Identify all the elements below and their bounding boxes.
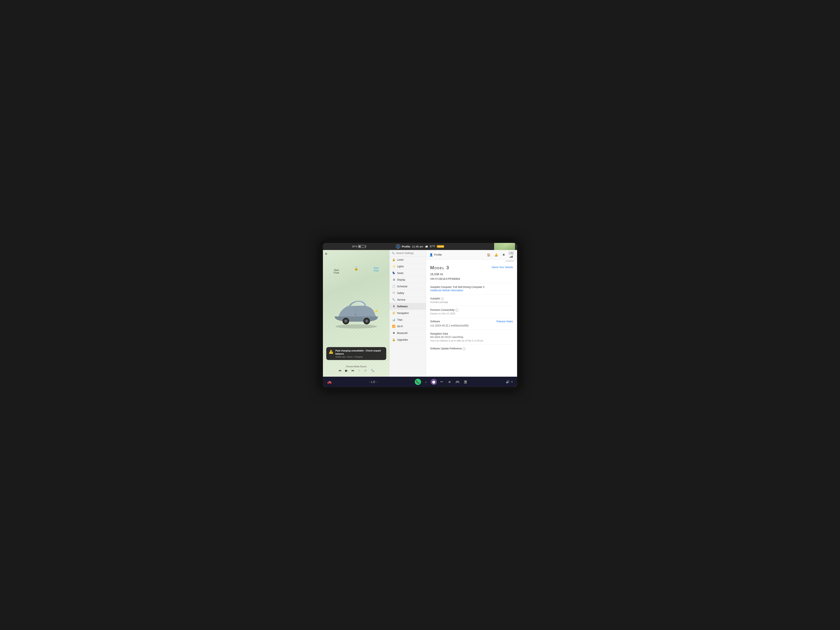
settings-item-trips[interactable]: 📊 Trips: [390, 316, 426, 323]
media-search-button[interactable]: 🔍: [371, 369, 374, 372]
nav-data-section: Navigation Data NA-2024.20-15137-user/rk…: [430, 332, 513, 344]
hamburger-icon[interactable]: ≡: [325, 252, 327, 256]
car-svg: T ⚡: [329, 295, 383, 329]
mute-x-icon: ✕: [511, 381, 513, 383]
volume-icon[interactable]: 🔊: [506, 380, 509, 384]
nav-back-arrow[interactable]: ‹: [369, 381, 370, 383]
autopilot-info-icon[interactable]: i: [441, 297, 444, 300]
svg-text:⚡: ⚡: [374, 309, 379, 313]
autopilot-label: Autopilot: [430, 297, 440, 300]
bluetooth-icon: ✱: [392, 332, 395, 335]
vin-label: VIN: [430, 278, 435, 280]
screen-bezel: 28 % 👤 Profile 11:48 am ☁️ 67°F AQI 88: [320, 240, 520, 390]
media-next-button[interactable]: ⏭: [352, 369, 354, 372]
battery-info: 28 %: [352, 245, 366, 248]
safety-icon: 🛡: [392, 292, 395, 295]
settings-item-bluetooth[interactable]: ✱ Bluetooth: [390, 330, 426, 336]
bluetooth-icon-btn[interactable]: ✱: [501, 253, 506, 256]
safety-label: Safety: [397, 292, 404, 295]
upgrades-label: Upgrades: [397, 338, 408, 341]
media-controls: Choose Media Source ⏮ ▶ ⏭ ☆ ⫸ 🔍: [323, 361, 390, 377]
settings-item-navigation[interactable]: 🧭 Navigation: [390, 310, 426, 316]
home-icon-btn[interactable]: 🏠: [486, 253, 491, 256]
open-trunk-text: OpenTrunk: [374, 267, 379, 272]
alert-icon: ⚠️: [329, 349, 333, 354]
update-pref-info-icon[interactable]: i: [463, 347, 466, 350]
time-display: 11:48 am: [412, 245, 423, 248]
bluetooth-label: Bluetooth: [397, 332, 408, 335]
nav-forward-arrow[interactable]: ›: [377, 381, 377, 383]
car-icon-btn[interactable]: 🚗: [327, 380, 332, 384]
service-icon: 🔧: [392, 298, 395, 301]
open-trunk-label[interactable]: OpenTrunk: [374, 267, 379, 272]
settings-item-display[interactable]: 🖥 Display: [390, 276, 426, 283]
trips-label: Trips: [397, 318, 403, 321]
settings-menu: 🔒 Locks ✨ Lights 💺 Seats 🖥: [390, 256, 426, 377]
more-apps-button[interactable]: •••: [439, 379, 445, 385]
search-settings-bar[interactable]: 🔍: [390, 250, 426, 256]
signal-bar-3: [511, 256, 512, 258]
alert-title: Paid charging unavailable - Check unpaid…: [335, 349, 384, 355]
svg-point-3: [345, 320, 347, 322]
display-label: Display: [397, 278, 405, 281]
update-pref-label: Software Update Preference: [430, 347, 462, 350]
premium-connectivity-label: Premium Connectivity: [430, 308, 455, 311]
media-play-button[interactable]: ▶: [345, 368, 348, 373]
software-label: Software: [397, 305, 408, 308]
music-app-button[interactable]: ♪: [423, 379, 429, 385]
seats-icon: 💺: [392, 272, 395, 275]
media-prev-button[interactable]: ⏮: [338, 369, 341, 372]
battery-bar: [358, 245, 366, 248]
seats-label: Seats: [397, 272, 404, 275]
wifi-icon: 📶: [392, 325, 395, 328]
temperature: 67°F: [430, 245, 435, 248]
settings-item-upgrades[interactable]: 🔓 Upgrades: [390, 336, 426, 343]
schedule-label: Schedule: [397, 285, 407, 288]
notebook-button[interactable]: 📓: [462, 379, 469, 385]
autopilot-computer-label: Autopilot Computer: Full Self-Driving Co…: [430, 286, 513, 289]
mileage: 16,038 mi: [430, 273, 513, 276]
vehicle-model: Model 3: [430, 265, 449, 270]
taskbar-center: ‹ LO ›: [369, 380, 377, 384]
car-image-area: T ⚡: [327, 273, 385, 352]
nav-data-value: NA-2024.20-15137-user/rkhaj: [430, 336, 513, 338]
up-to-date-note: Your car software is up to date as of Fe…: [430, 339, 513, 342]
camera-app-button[interactable]: ⬤: [431, 379, 437, 385]
search-settings-input[interactable]: [396, 252, 424, 254]
alert-text-block: Paid charging unavailable - Check unpaid…: [335, 349, 384, 358]
settings-item-schedule[interactable]: 🕐 Schedule: [390, 283, 426, 290]
media-favorite-button[interactable]: ☆: [358, 369, 361, 372]
open-frunk-label[interactable]: OpenFrunk: [334, 269, 339, 274]
settings-item-wifi[interactable]: 📶 Wi-Fi: [390, 323, 426, 330]
settings-item-locks[interactable]: 🔒 Locks: [390, 256, 426, 263]
software-row: Software Release Notes: [430, 320, 513, 323]
car-svg-wrapper: T ⚡: [329, 295, 383, 329]
taskbar-left: 🚗: [327, 380, 332, 384]
bell-icon-btn[interactable]: 🔔: [494, 253, 499, 256]
settings-item-seats[interactable]: 💺 Seats: [390, 270, 426, 276]
lights-icon: ✨: [392, 265, 395, 268]
settings-item-software[interactable]: ⬇ Software: [390, 303, 426, 310]
settings-item-service[interactable]: 🔧 Service: [390, 297, 426, 303]
map-thumbnail: [494, 243, 515, 250]
name-vehicle-link[interactable]: Name Your Vehicle: [492, 266, 513, 269]
taskbar-apps: 📞 ♪ ⬤ ••• ⊕ 🎮 📓: [415, 379, 469, 385]
settings-item-safety[interactable]: 🛡 Safety: [390, 290, 426, 297]
update-pref-row: Software Update Preference i: [430, 347, 513, 351]
nav-data-label: Navigation Data: [430, 332, 513, 335]
locks-label: Locks: [397, 258, 404, 261]
service-label: Service: [397, 298, 406, 301]
profile-header-bar: 👤 Profile 🏠 🔔 ✱ LTE: [426, 250, 517, 260]
games-button[interactable]: 🎮: [455, 379, 461, 385]
additional-info-link[interactable]: Additional Vehicle Information: [430, 289, 513, 292]
media-eq-button[interactable]: ⫸: [365, 369, 367, 372]
lock-icon-car[interactable]: 🔓: [354, 267, 358, 271]
release-notes-link[interactable]: Release Notes: [496, 320, 513, 323]
tesla-fan-button[interactable]: ⊕: [447, 379, 453, 385]
phone-app-button[interactable]: 📞: [415, 379, 421, 385]
premium-connectivity-info-icon[interactable]: i: [455, 309, 458, 312]
software-label: Software: [430, 320, 440, 323]
svg-text:T: T: [355, 314, 356, 316]
aqi-badge: AQI 88: [437, 245, 444, 248]
settings-item-lights[interactable]: ✨ Lights: [390, 263, 426, 270]
